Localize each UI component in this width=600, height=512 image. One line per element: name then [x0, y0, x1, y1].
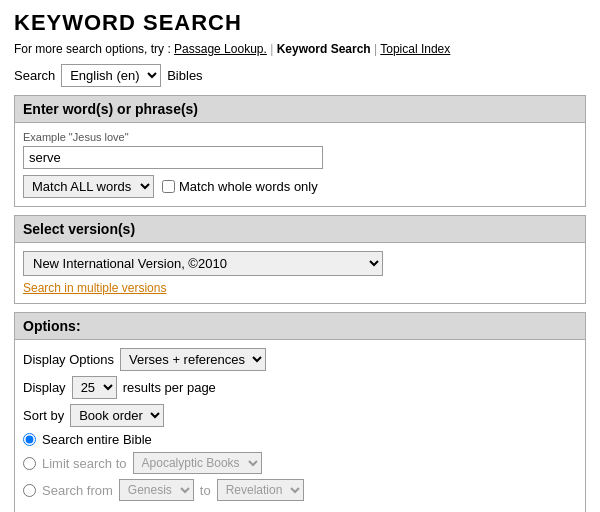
sort-by-label: Sort by: [23, 408, 64, 423]
match-row: Match ALL words Match whole words only: [23, 175, 577, 198]
version-dropdown[interactable]: New International Version, ©2010: [23, 251, 383, 276]
keyword-input[interactable]: [23, 146, 323, 169]
search-from-row: Search from Genesis to Revelation: [23, 479, 577, 501]
for-more-row: For more search options, try : Passage L…: [14, 42, 586, 56]
example-label: Example "Jesus love": [23, 131, 577, 143]
options-body: Display Options Verses + references Disp…: [15, 340, 585, 512]
for-more-prefix: For more search options, try :: [14, 42, 171, 56]
sort-by-row: Sort by Book order: [23, 404, 577, 427]
search-multiple-link[interactable]: Search in multiple versions: [23, 281, 166, 295]
options-section: Options: Display Options Verses + refere…: [14, 312, 586, 512]
match-whole-checkbox[interactable]: [162, 180, 175, 193]
limit-search-label: Limit search to: [42, 456, 127, 471]
passage-lookup-link[interactable]: Passage Lookup.: [174, 42, 267, 56]
select-version-body: New International Version, ©2010 Search …: [15, 243, 585, 303]
keyword-search-active: Keyword Search: [277, 42, 371, 56]
search-label: Search: [14, 68, 55, 83]
search-from-radio[interactable]: [23, 484, 36, 497]
entire-bible-label: Search entire Bible: [42, 432, 152, 447]
display-options-dropdown[interactable]: Verses + references: [120, 348, 266, 371]
match-whole-label: Match whole words only: [162, 179, 318, 194]
results-per-page-label: results per page: [123, 380, 216, 395]
search-language-row: Search English (en) Bibles: [14, 64, 586, 87]
to-dropdown[interactable]: Revelation: [217, 479, 304, 501]
display-count-row: Display 25 results per page: [23, 376, 577, 399]
to-label: to: [200, 483, 211, 498]
language-dropdown[interactable]: English (en): [61, 64, 161, 87]
display-label: Display: [23, 380, 66, 395]
entire-bible-row: Search entire Bible: [23, 432, 577, 447]
enter-words-section: Enter word(s) or phrase(s) Example "Jesu…: [14, 95, 586, 207]
from-dropdown[interactable]: Genesis: [119, 479, 194, 501]
search-from-label: Search from: [42, 483, 113, 498]
select-version-header: Select version(s): [15, 216, 585, 243]
match-all-dropdown[interactable]: Match ALL words: [23, 175, 154, 198]
enter-words-body: Example "Jesus love" Match ALL words Mat…: [15, 123, 585, 206]
bibles-label: Bibles: [167, 68, 202, 83]
display-count-dropdown[interactable]: 25: [72, 376, 117, 399]
options-header: Options:: [15, 313, 585, 340]
select-version-section: Select version(s) New International Vers…: [14, 215, 586, 304]
sort-by-dropdown[interactable]: Book order: [70, 404, 164, 427]
entire-bible-radio[interactable]: [23, 433, 36, 446]
topical-index-link[interactable]: Topical Index: [380, 42, 450, 56]
limit-search-radio[interactable]: [23, 457, 36, 470]
display-options-row: Display Options Verses + references: [23, 348, 577, 371]
page-title: KEYWORD SEARCH: [14, 10, 586, 36]
limit-search-dropdown[interactable]: Apocalyptic Books: [133, 452, 262, 474]
limit-search-row: Limit search to Apocalyptic Books: [23, 452, 577, 474]
display-options-label: Display Options: [23, 352, 114, 367]
enter-words-header: Enter word(s) or phrase(s): [15, 96, 585, 123]
